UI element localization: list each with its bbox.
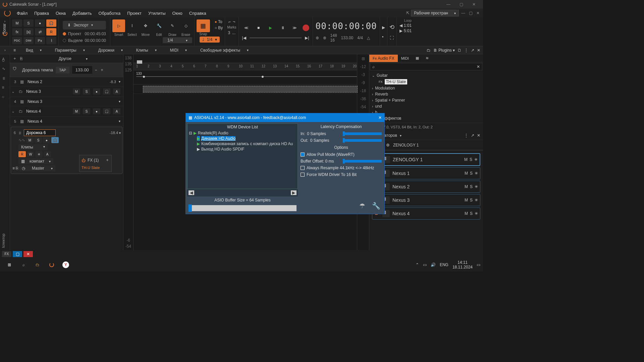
next-mark-button[interactable]: ¬ [233,19,235,24]
tracks-menu[interactable]: Дорожки▾ [92,48,129,53]
scroll-left-button[interactable]: ◀ [189,190,194,195]
loop-start-icon[interactable]: ◀ [399,23,402,28]
device-root[interactable]: ⊟▶Realtek(R) Audio [187,130,298,136]
track-folder-row[interactable]: ⌄ 🗀 Nexus 4 M S ● 🎧 A [10,106,123,117]
loop-icon[interactable]: ⟲ [389,23,394,31]
tray-notifications-icon[interactable]: ▭ [477,262,480,267]
menu-file[interactable]: Файл [13,9,31,17]
solo-all-button[interactable]: S [23,19,34,27]
prev-mark-button[interactable]: ⌐ [228,19,231,24]
tree-effects[interactable]: ›чка эффектов [372,115,480,121]
midi-clip[interactable] [143,86,358,93]
plugin-search[interactable]: ⌕ ✕ [370,63,482,70]
subnav-expand-icon[interactable]: › [0,48,10,52]
ruler[interactable]: 1 2 3 4 5 6 7 8 9 10 11 12 13 14 15 16 1… [133,63,357,70]
eq-tab[interactable]: ▦ [412,55,422,62]
audiofx-tab[interactable]: Fx Audio FX [369,55,398,62]
plugins-tab-icon[interactable]: 🗎 Plugins ▾ [433,48,455,53]
doc-close-button[interactable]: ✕ [475,9,481,17]
synth-popout-icon[interactable]: ↗ [471,133,474,138]
tree-modulation[interactable]: ›Modulation [372,85,480,91]
allow-pull-checkbox[interactable]: Allow Pull Mode (WaveRT) [299,152,383,158]
tree-reverb[interactable]: ›Reverb [372,91,480,97]
explorer-button[interactable]: 🗀 [31,258,44,272]
synth-item[interactable]: ⏻ ▦ Nexus 4 MS✳ [372,207,480,220]
latency-out-slider[interactable] [345,139,382,142]
export-button[interactable]: ⬇ Экспорт ▾ [63,21,106,29]
add-track-button[interactable]: ＋ [13,56,17,61]
link2-icon[interactable]: ⊗ [323,36,326,40]
pdc-button[interactable]: PDC [12,37,22,44]
folder-monitor[interactable]: 🎧 [103,88,110,95]
folder-archive[interactable]: A [113,88,120,95]
resample-checkbox[interactable]: Always Resample 44.1kHz <-> 48kHz [299,165,383,171]
move-tool[interactable]: ✥ [139,19,152,32]
tempo-node[interactable] [262,76,264,78]
folder-arm[interactable]: ● [93,108,100,114]
footer-close-button[interactable]: ✕ [23,251,33,257]
tree-und[interactable]: ›und [372,103,480,109]
wave-tool-icon[interactable]: ∿ [2,66,8,72]
tempo-minus-button[interactable]: − [95,68,97,72]
go-to-end-button[interactable]: ▶| [305,36,309,40]
tree-spatial[interactable]: ›Spatial + Panner [372,97,480,103]
snap-by-radio[interactable]: ○ By [215,25,223,30]
maximize-button[interactable]: ▢ [455,0,468,9]
pause-button[interactable]: ⏸ [278,23,287,32]
cakewalk-taskbar-button[interactable] [45,258,58,272]
folder-archive[interactable]: A [113,108,120,114]
synth-more-icon[interactable]: ⋮ [464,133,468,138]
copy-track-button[interactable]: ⎘ [20,56,22,61]
menu-popout-icon[interactable]: ⇱ [406,11,410,15]
go-to-start-button[interactable]: |◀ [242,36,246,40]
record-button[interactable] [303,24,309,31]
folder-mute[interactable]: M [73,88,80,95]
tray-volume-icon[interactable]: 🔊 [431,262,436,267]
compact-select[interactable]: ▦ компакт▾ [18,158,53,164]
buffer-offset-slider[interactable] [345,160,382,163]
folder-solo[interactable]: S [83,88,90,95]
params-menu[interactable]: Параметры▾ [48,48,92,53]
output-select[interactable]: ◷ Master▾ [19,165,55,171]
text-tool-icon[interactable]: A̲ [2,57,8,63]
clips-select[interactable]: Клипы▾ [18,144,48,150]
circle-tool-icon[interactable]: ○ [2,95,8,101]
force16-checkbox[interactable]: Force WDM Driver To 16 Bit [299,172,383,178]
folder-arm[interactable]: ● [93,88,100,95]
synth-close-icon[interactable]: ✕ [477,133,480,138]
tempo-value[interactable]: 133.00 [341,36,354,40]
tray-time[interactable]: 14:11 [452,260,473,265]
auto-write[interactable]: W [27,151,34,157]
start-button[interactable]: ⊞ [3,258,16,272]
search-button[interactable]: ⌕ [17,258,30,272]
synth-mute[interactable]: M [464,157,468,162]
track-name-input[interactable] [24,129,56,136]
asio-tools-icon[interactable]: 🔧 [372,202,380,210]
tempo-track-row[interactable]: ⛉ Дорожка темпа TAP 133.00 − ＋ [10,63,123,77]
search-close-icon[interactable]: ✕ [477,64,480,69]
copy-icon[interactable]: ⎘ [16,166,18,171]
chevron-down-icon[interactable]: ⌄ [11,89,16,94]
track-row[interactable]: 3 ▦ Nexus 2 -8.3 ▾ [10,77,123,86]
synth-settings-icon[interactable]: ⚙ [386,143,390,147]
fx-plugin-name[interactable]: TH-U Slate [82,166,109,170]
freefx-menu[interactable]: Свободные эффекты▾ [194,48,255,53]
key-indicator[interactable]: △ [367,36,370,40]
loop-end-icon[interactable]: ▶ [399,28,402,33]
fit-icon[interactable]: ⛶ [390,36,394,40]
auto-a[interactable]: A [44,151,51,157]
clips-menu[interactable]: Клипы▾ [129,48,163,53]
menu-help[interactable]: Справка [186,9,210,17]
tree-thu-slate[interactable]: FX TH-U Slate [372,78,480,85]
latency-in-slider[interactable] [345,132,382,135]
tool-division-select[interactable]: 1/4▾ [163,37,192,43]
metronome-icon[interactable]: ⊕ [316,36,319,40]
tray-date[interactable]: 18.11.2024 [452,265,473,269]
mute-all-button[interactable]: M [12,19,22,27]
time-display[interactable]: 00:00:00:00 [316,21,377,31]
track-row[interactable]: 4 ▦ Nexus 3 ▾ [10,97,123,106]
close-panel-icon[interactable]: ✕ [477,48,480,53]
footer-window-button[interactable]: ▢ [13,251,22,257]
play-button[interactable]: ▶ [266,23,275,32]
fx-add-button[interactable]: ＋ [105,157,109,163]
